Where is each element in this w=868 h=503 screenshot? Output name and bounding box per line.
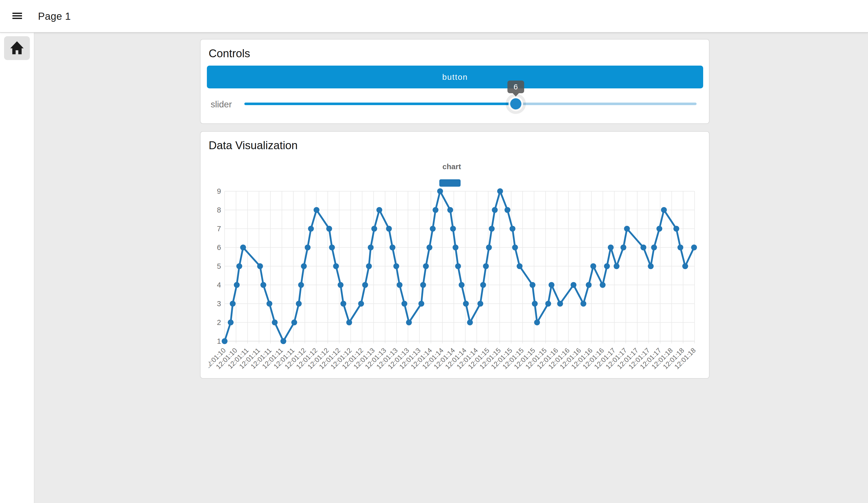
controls-heading: Controls bbox=[209, 47, 250, 60]
svg-text:7: 7 bbox=[217, 225, 221, 233]
svg-text:9: 9 bbox=[217, 187, 221, 195]
svg-text:5: 5 bbox=[217, 262, 221, 270]
svg-text:3: 3 bbox=[217, 300, 221, 308]
y-axis-labels: 123456789 bbox=[217, 187, 221, 345]
legend-swatch bbox=[439, 179, 461, 187]
svg-text:8: 8 bbox=[217, 206, 221, 214]
app-header: Page 1 bbox=[0, 0, 868, 33]
x-axis-labels: 12:01:1012:01:1012:01:1112:01:1112:01:11… bbox=[209, 347, 697, 371]
svg-text:2: 2 bbox=[217, 318, 221, 327]
action-button[interactable]: button bbox=[207, 65, 703, 89]
slider-value-tooltip: 6 bbox=[507, 81, 524, 93]
visualization-heading: Data Visualization bbox=[209, 139, 298, 152]
slider[interactable]: 6 bbox=[244, 103, 696, 105]
slider-fill bbox=[244, 103, 516, 105]
svg-text:1: 1 bbox=[217, 337, 221, 345]
sidebar bbox=[0, 32, 34, 503]
home-icon bbox=[9, 40, 25, 56]
data-visualization-card: Data Visualization 12:01:1012:01:1012:01… bbox=[200, 131, 710, 379]
line-chart-canvas[interactable]: 12:01:1012:01:1012:01:1112:01:1112:01:11… bbox=[209, 160, 702, 378]
svg-text:6: 6 bbox=[217, 243, 221, 252]
slider-handle[interactable]: 6 bbox=[510, 98, 521, 110]
chart-title: chart bbox=[442, 162, 461, 171]
controls-card: Controls button slider 6 bbox=[200, 39, 710, 124]
svg-text:4: 4 bbox=[217, 281, 221, 289]
menu-icon[interactable] bbox=[12, 13, 22, 19]
sidebar-item-home[interactable] bbox=[4, 36, 30, 60]
page-title: Page 1 bbox=[38, 11, 71, 22]
slider-label: slider bbox=[211, 99, 232, 110]
